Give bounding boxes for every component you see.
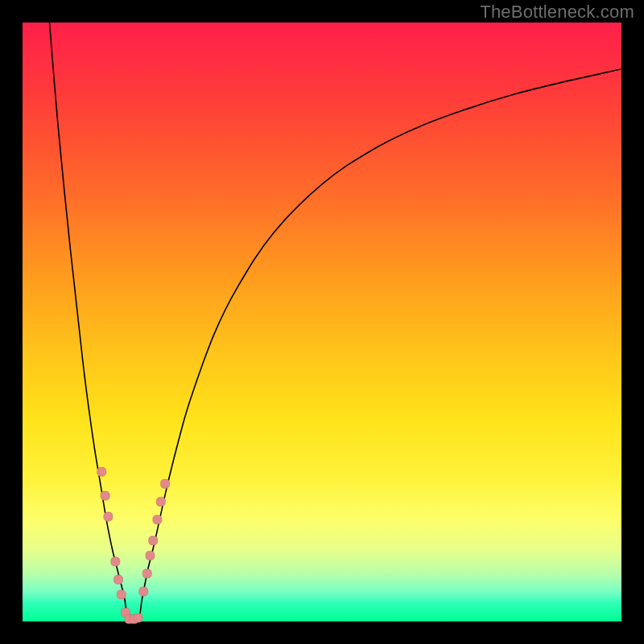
curve-marker xyxy=(161,479,170,488)
marker-group xyxy=(97,468,170,624)
curve-marker xyxy=(149,536,158,545)
curve-marker xyxy=(101,491,109,500)
curve-layer xyxy=(23,23,621,621)
watermark-text: TheBottleneck.com xyxy=(480,2,634,23)
plot-area xyxy=(23,23,621,621)
curve-marker xyxy=(97,468,106,477)
v-curve xyxy=(49,23,621,623)
chart-frame: TheBottleneck.com xyxy=(0,0,644,644)
curve-marker xyxy=(111,557,120,566)
curve-marker xyxy=(156,497,165,506)
curve-marker xyxy=(139,587,148,596)
curve-marker xyxy=(134,613,142,622)
curve-marker xyxy=(117,590,126,599)
curve-marker xyxy=(114,575,123,584)
curve-marker xyxy=(104,512,113,521)
curve-marker xyxy=(146,551,155,560)
curve-marker xyxy=(142,569,151,578)
curve-marker xyxy=(153,515,162,524)
